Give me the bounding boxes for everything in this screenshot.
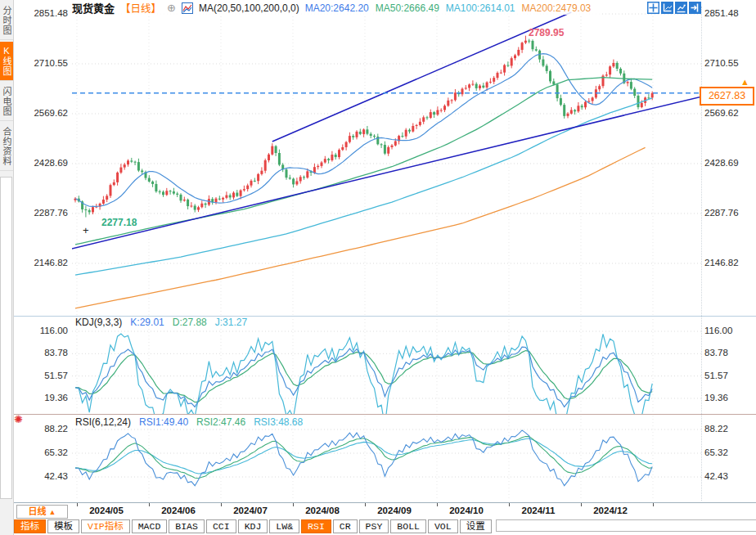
crosshair-move-icon[interactable] (647, 2, 659, 14)
add-overlay-icon[interactable]: ⊕ (167, 2, 176, 14)
price-axis-label: 42.43 (704, 471, 728, 481)
sidebar-tab-合约资料[interactable]: 合约资料 (0, 123, 13, 171)
live-burst-icon: ✺ (14, 414, 23, 425)
rsi-header: RSI(6,12,24)RSI1:49.40RSI2:47.46RSI3:48.… (75, 416, 303, 428)
date-label-2024-07: 2024/07 (233, 506, 268, 515)
date-label-2024-05: 2024/05 (89, 506, 124, 515)
indicator-value-label: KDJ(9,3,3) (75, 317, 122, 328)
indicator-value-label: RSI3:48.68 (254, 416, 303, 428)
sidebar-tab-闪电图[interactable]: 闪电图 (0, 83, 13, 121)
sidebar-tab-分时图[interactable]: 分时图 (0, 2, 13, 40)
exit-right-icon[interactable] (689, 2, 701, 14)
price-axis-label: 2710.55 (704, 58, 739, 68)
indicator-tab-VIP指标[interactable]: VIP指标 (81, 519, 130, 533)
price-axis-label: 88.22 (25, 424, 68, 434)
price-axis-label: 2428.69 (25, 158, 68, 168)
indicator-tab-RSI[interactable]: RSI (301, 519, 331, 533)
x-axis-tick (365, 503, 366, 506)
ma-formula-label: MA(20,50,100,200,0,0) (199, 2, 299, 14)
ma-value-label: MA20:2642.20 (305, 2, 369, 14)
x-axis-row: 日线 ▲ 2024/052024/062024/072024/082024/09… (14, 502, 756, 519)
chart-toolbar (647, 2, 701, 14)
ma-value-label: MA50:2666.49 (376, 2, 439, 14)
divider-kdj-rsi (14, 414, 756, 415)
price-axis-label: 51.57 (25, 371, 68, 380)
date-label-2024-11: 2024/11 (522, 506, 556, 515)
price-axis-label: 88.22 (704, 424, 728, 434)
indicator-tab-指标[interactable]: 指标 (14, 519, 46, 533)
main-candlestick-chart[interactable] (72, 7, 701, 316)
price-axis-label: 116.00 (25, 326, 68, 335)
date-label-2024-09: 2024/09 (377, 506, 412, 515)
date-label-2024-12: 2024/12 (593, 506, 628, 515)
price-axis-label: 19.36 (25, 393, 68, 402)
price-axis-label: 42.43 (25, 471, 68, 481)
date-label-2024-08: 2024/08 (305, 506, 340, 515)
x-axis-tick (77, 503, 78, 506)
period-selector-arrow-icon: ▲ (49, 508, 56, 516)
x-axis-tick (581, 503, 582, 506)
price-axis-label: 2710.55 (25, 58, 68, 68)
rsi-indicator-chart[interactable] (72, 416, 701, 501)
price-axis-label: 2146.82 (704, 258, 739, 268)
tab-bar-spacer (496, 519, 756, 532)
period-selector-label: 日线 (29, 506, 47, 516)
indicator-value-label: D:27.88 (173, 317, 207, 328)
indicator-tab-CR[interactable]: CR (333, 519, 358, 533)
x-axis-tick (437, 503, 438, 506)
date-label-2024-06: 2024/06 (161, 506, 196, 515)
x-axis-tick (293, 503, 294, 506)
swing-low-label: 2277.18 (101, 217, 137, 228)
ma-values: MA20:2642.20MA50:2666.49MA100:2614.01MA2… (305, 2, 598, 14)
date-label-2024-10: 2024/10 (449, 506, 484, 515)
indicator-tab-BOLL[interactable]: BOLL (390, 519, 426, 533)
plot-right-border (701, 7, 702, 501)
price-axis-label: 2146.82 (25, 258, 68, 268)
x-axis-tick (149, 503, 150, 506)
price-axis-label: 2287.76 (25, 208, 68, 218)
price-axis-label: 2851.48 (25, 8, 68, 18)
price-axis-label: 2569.62 (704, 108, 739, 118)
indicator-tab-CCI[interactable]: CCI (206, 519, 236, 533)
indicator-tab-MACD[interactable]: MACD (132, 519, 168, 533)
sidebar-tab-list: 分时图K线图闪电图合约资料 (0, 2, 13, 171)
last-price-box: 2627.83 (700, 87, 754, 106)
indicator-tab-设置[interactable]: 设置 (460, 519, 492, 533)
indicator-tab-BIAS[interactable]: BIAS (169, 519, 205, 533)
sidebar-blank-panel (0, 177, 12, 499)
indicator-tab-bar: 指标模板VIP指标MACDBIASCCIKDJLW&RSICRPSYBOLLVO… (14, 519, 756, 535)
price-axis-label: 2428.69 (704, 158, 739, 168)
indicator-value-label: RSI1:49.40 (139, 416, 188, 428)
kdj-indicator-chart[interactable] (72, 319, 701, 414)
price-direction-marker: ▲ (740, 77, 749, 87)
mini-chart-icon (182, 2, 193, 14)
indicator-tab-VOL[interactable]: VOL (428, 519, 458, 533)
indicator-tab-LW&[interactable]: LW& (269, 519, 299, 533)
price-axis-label: 2287.76 (704, 208, 739, 218)
period-selector-button[interactable]: 日线 ▲ (16, 505, 68, 519)
period-tag: 【日线】 (120, 0, 161, 16)
indicator-value-label: RSI2:47.46 (196, 416, 245, 428)
x-axis-tick (221, 503, 222, 506)
x-axis-tick (653, 503, 654, 506)
trend-draw-icon[interactable] (675, 2, 687, 14)
price-axis-label: 19.36 (704, 393, 728, 402)
price-axis-label: 83.78 (704, 348, 728, 357)
sidebar-tab-K线图[interactable]: K线图 (0, 42, 13, 81)
axis-scale-icon[interactable] (661, 2, 673, 14)
price-axis-label: 2851.48 (704, 8, 739, 18)
indicator-value-label: RSI(6,12,24) (75, 416, 131, 428)
trading-app-window: 分时图K线图闪电图合约资料 现货黄金 【日线】 ⊕ MA(20,50,100,2… (0, 0, 756, 535)
x-axis-tick (509, 503, 510, 506)
swing-high-label: 2789.95 (529, 27, 564, 38)
indicator-value-label: K:29.01 (130, 317, 164, 328)
indicator-tab-模板[interactable]: 模板 (47, 519, 79, 533)
indicator-value-label: J:31.27 (215, 317, 247, 328)
kdj-header: KDJ(9,3,3)K:29.01D:27.88J:31.27 (75, 317, 247, 328)
price-axis-label: 83.78 (25, 348, 68, 357)
indicator-tab-KDJ[interactable]: KDJ (238, 519, 268, 533)
left-sidebar: 分时图K线图闪电图合约资料 (0, 0, 14, 535)
price-axis-label: 65.32 (25, 447, 68, 457)
indicator-tab-PSY[interactable]: PSY (359, 519, 389, 533)
low-anchor-cross: + (83, 224, 89, 236)
